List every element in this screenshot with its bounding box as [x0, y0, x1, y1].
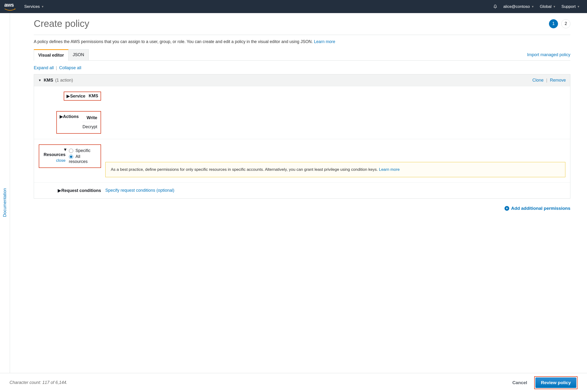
region-label: Global: [540, 4, 552, 9]
support-label: Support: [562, 4, 576, 9]
account-label: alice@contoso: [503, 4, 530, 9]
caret-down-icon: ▼: [577, 5, 580, 8]
caret-down-icon: ▼: [553, 5, 556, 8]
account-menu[interactable]: alice@contoso ▼: [501, 3, 537, 10]
bell-icon: [493, 4, 498, 9]
region-menu[interactable]: Global ▼: [537, 3, 559, 10]
services-menu[interactable]: Services ▼: [21, 3, 47, 10]
support-menu[interactable]: Support ▼: [559, 3, 583, 10]
services-label: Services: [24, 4, 40, 9]
caret-down-icon: ▼: [41, 5, 44, 8]
aws-logo[interactable]: aws: [4, 2, 16, 12]
caret-down-icon: ▼: [531, 5, 534, 8]
top-nav: aws Services ▼ alice@contoso ▼ Global ▼ …: [0, 0, 587, 13]
notifications-icon[interactable]: [490, 3, 501, 10]
aws-swoosh-icon: [4, 8, 16, 12]
